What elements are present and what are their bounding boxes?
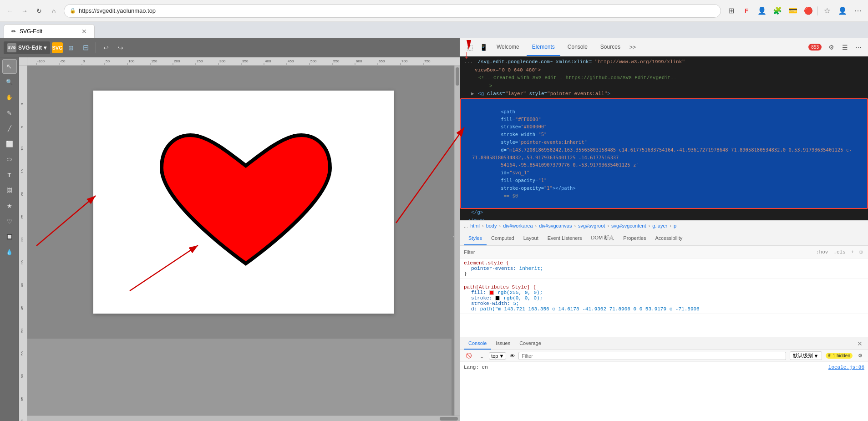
devtools-more-button[interactable]: ⋯	[853, 41, 864, 53]
filter-plus-button[interactable]: +	[849, 249, 856, 256]
fill-color-swatch[interactable]	[489, 290, 494, 295]
home-button[interactable]: ⌂	[47, 5, 60, 17]
subtab-properties[interactable]: Properties	[619, 231, 650, 245]
select-tool[interactable]: ↖	[2, 59, 17, 74]
svg-drawing-area[interactable]	[93, 91, 394, 314]
subtab-styles[interactable]: Styles	[464, 231, 487, 245]
active-tab[interactable]: ✏ SVG-Edit ✕	[4, 24, 95, 38]
console-filter-input[interactable]	[518, 352, 786, 360]
subtab-event-listeners[interactable]: Event Listeners	[543, 231, 587, 245]
console-clear-button[interactable]: 🚫	[464, 352, 474, 360]
elements-tab-label: Elements	[532, 44, 555, 50]
align-button[interactable]: ⊟	[79, 41, 92, 54]
style-rule-element: element.style { pointer-events: inherit;…	[460, 259, 868, 279]
svg-text:65: 65	[20, 397, 24, 401]
breadcrumb-p[interactable]: p	[672, 223, 678, 228]
breadcrumb-body[interactable]: body	[485, 223, 498, 228]
tab-close-button[interactable]: ✕	[81, 28, 87, 35]
tab-bar: ✏ SVG-Edit ✕	[0, 22, 868, 38]
style-rule-prop-stroke[interactable]: stroke: rgb(0, 0, 0);	[464, 295, 864, 301]
filter-expand-button[interactable]: ⊞	[858, 248, 864, 256]
console-level-selector[interactable]: 默认级别 ▼	[790, 351, 822, 360]
person-icon-button[interactable]: 👤	[756, 5, 768, 17]
console-close-button[interactable]: ✕	[855, 338, 864, 349]
redo-button[interactable]: ↪	[114, 41, 127, 54]
style-rule-prop-stroke-width[interactable]: stroke-width: 5;	[464, 301, 864, 306]
subtab-dom-断点[interactable]: DOM 断点	[587, 231, 619, 245]
settings-button[interactable]: ⚙	[825, 41, 837, 53]
console-locale-link[interactable]: locale.js:86	[828, 365, 864, 370]
canvas-area[interactable]: -100 -50 0 50 100 150 200	[19, 57, 460, 421]
line-tool[interactable]: ╱	[2, 121, 17, 136]
back-button[interactable]: ←	[4, 5, 16, 17]
console-tab-coverage[interactable]: Coverage	[515, 337, 546, 350]
copy-button[interactable]: ☰	[839, 41, 851, 53]
devtools-tab-sources[interactable]: Sources	[595, 38, 626, 56]
puzzle-icon-button[interactable]: 🧩	[771, 5, 784, 17]
html-line-g[interactable]: ▶ <g class="layer" style="pointer-events…	[460, 90, 868, 98]
bookmark-button[interactable]: ☆	[821, 5, 833, 17]
more-button[interactable]: ⋯	[852, 5, 864, 17]
console-context-selector[interactable]: top ▼	[489, 352, 506, 360]
breadcrumb-workarea[interactable]: div#workarea	[502, 223, 534, 228]
wallet-icon-button[interactable]: 💳	[787, 5, 799, 17]
extensions-button[interactable]: ⊞	[725, 5, 737, 17]
subtab-accessibility[interactable]: Accessibility	[650, 231, 687, 245]
devtools-tabs-more[interactable]: >>	[629, 44, 636, 51]
undo-button[interactable]: ↩	[100, 41, 112, 54]
grid-toggle-button[interactable]: ⊞	[65, 41, 77, 54]
eyedropper-tool[interactable]: 💧	[2, 245, 17, 259]
subtab-layout[interactable]: Layout	[519, 231, 543, 245]
breadcrumb-html[interactable]: html	[469, 223, 481, 228]
horizontal-scrollbar[interactable]	[27, 416, 460, 421]
extension2-button[interactable]: 🔴	[802, 5, 815, 17]
star-tool[interactable]: ★	[2, 198, 17, 213]
devtools-tab-welcome[interactable]: Welcome	[491, 38, 525, 56]
pan-tool[interactable]: ✋	[2, 90, 17, 105]
breadcrumb-svgcontent[interactable]: svg#svgcontent	[610, 223, 647, 228]
ellipse-tool[interactable]: ⬭	[2, 152, 17, 167]
style-rule-prop-fill[interactable]: fill: rgb(255, 0, 0);	[464, 290, 864, 295]
svg-editor: SVG SVG-Edit ▾ SVG ⊞ ⊟ ↩ ↪ ↖ 🔍 ✋ ✎ ╱ ⬜ ⬭…	[0, 38, 460, 421]
style-rule-close-element: }	[464, 271, 864, 277]
style-rule-prop-d[interactable]: d: path("m 143.721 163.356 c 14.6178 -41…	[464, 306, 855, 312]
filter-hov-button[interactable]: :hov	[814, 249, 830, 256]
style-rule-prop-pointer-events[interactable]: pointer-events: inherit;	[464, 266, 864, 271]
reload-button[interactable]: ↻	[33, 5, 46, 17]
stroke-color-swatch[interactable]	[495, 296, 500, 300]
pencil-tool[interactable]: ✎	[2, 106, 17, 120]
breadcrumb-svgroot[interactable]: svg#svgroot	[577, 223, 606, 228]
devtools-html-tree[interactable]: ... /svg-edit.googlecode.com~ xmlns:xlin…	[460, 56, 868, 220]
devtools-tab-elements[interactable]: Elements	[527, 38, 560, 56]
f-icon-button[interactable]: F	[740, 5, 753, 17]
html-line-path[interactable]: <path fill="#FF0000" stroke="#000000" st…	[460, 98, 868, 209]
console-tab-issues[interactable]: Issues	[491, 337, 515, 350]
filter-actions: :hov .cls + ⊞	[814, 248, 864, 256]
filter-cls-button[interactable]: .cls	[832, 249, 847, 256]
zoom-tool[interactable]: 🔍	[2, 75, 17, 89]
svg-brand[interactable]: SVG SVG-Edit ▾	[4, 41, 50, 54]
console-tab-console[interactable]: Console	[464, 337, 491, 350]
forward-button[interactable]: →	[18, 5, 31, 17]
svg-text:60: 60	[20, 374, 24, 378]
profile-button[interactable]: 👤	[836, 5, 849, 17]
subtab-computed[interactable]: Computed	[487, 231, 519, 245]
vertical-scrollbar[interactable]	[454, 66, 460, 416]
breadcrumb-glayer[interactable]: g.layer	[651, 223, 669, 228]
svg-canvas[interactable]	[27, 66, 460, 421]
heart-tool[interactable]: ♡	[2, 214, 17, 228]
rect-tool[interactable]: ⬜	[2, 137, 17, 151]
path-tool[interactable]: 🔲	[2, 229, 17, 244]
breadcrumb-svgcanvas[interactable]: div#svgcanvas	[538, 223, 573, 228]
address-bar[interactable]: 🔒 https://svgedit.yaolunmao.top	[64, 4, 721, 18]
svg-text:750: 750	[424, 59, 431, 63]
styles-filter-input[interactable]	[464, 249, 811, 255]
console-more-button[interactable]: ...	[477, 352, 485, 360]
device-toolbar-button[interactable]: 📱	[477, 41, 489, 53]
console-settings-button[interactable]: ⚙	[856, 352, 864, 360]
expand-g-triangle[interactable]: ▶	[471, 91, 474, 96]
image-tool[interactable]: 🖼	[2, 183, 17, 198]
text-tool[interactable]: T	[2, 167, 17, 182]
heart-path[interactable]	[162, 135, 330, 264]
devtools-tab-console[interactable]: Console	[562, 38, 593, 56]
